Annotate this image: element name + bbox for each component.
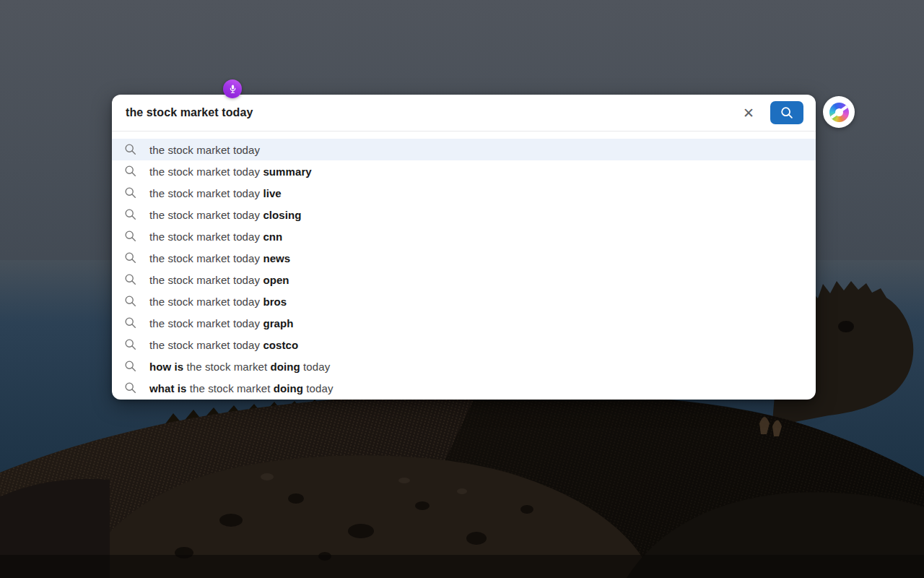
search-icon xyxy=(124,208,137,221)
suggestion-row[interactable]: the stock market today summary xyxy=(112,160,816,182)
search-icon xyxy=(124,360,137,373)
suggestion-text: the stock market today news xyxy=(149,252,290,264)
suggestion-row[interactable]: what is the stock market doing today xyxy=(112,377,816,399)
search-icon xyxy=(124,338,137,351)
suggestion-row[interactable]: the stock market today xyxy=(112,139,816,160)
suggestion-text: the stock market today cnn xyxy=(149,230,282,243)
microphone-icon xyxy=(229,85,237,94)
suggestion-text: how is the stock market doing today xyxy=(149,361,330,373)
suggestion-row[interactable]: the stock market today closing xyxy=(112,204,816,225)
search-icon xyxy=(124,295,137,308)
suggestion-text: what is the stock market doing today xyxy=(149,382,334,394)
voice-search-button[interactable] xyxy=(223,79,242,98)
search-icon xyxy=(124,316,137,329)
suggestion-row[interactable]: the stock market today cnn xyxy=(112,225,816,247)
search-icon xyxy=(124,381,137,394)
suggestion-row[interactable]: the stock market today news xyxy=(112,247,816,269)
suggestion-text: the stock market today summary xyxy=(149,165,312,178)
desktop: ✕ the stock market todaythe stock market… xyxy=(0,0,924,578)
search-button[interactable] xyxy=(770,101,803,124)
clear-search-icon[interactable]: ✕ xyxy=(738,105,759,121)
suggestion-text: the stock market today graph xyxy=(149,317,294,329)
suggestion-row[interactable]: the stock market today open xyxy=(112,269,816,290)
suggestion-row[interactable]: the stock market today live xyxy=(112,182,816,204)
suggestion-row[interactable]: the stock market today costco xyxy=(112,334,816,355)
suggestion-text: the stock market today bros xyxy=(149,296,287,308)
search-icon xyxy=(124,143,137,156)
search-input[interactable] xyxy=(124,105,738,120)
suggestion-row[interactable]: the stock market today graph xyxy=(112,312,816,334)
search-icon xyxy=(124,251,137,264)
suggestion-row[interactable]: how is the stock market doing today xyxy=(112,355,816,377)
suggestion-text: the stock market today costco xyxy=(149,339,298,351)
search-box: ✕ xyxy=(112,95,816,131)
magnifier-icon xyxy=(780,105,794,120)
search-panel: ✕ the stock market todaythe stock market… xyxy=(112,95,816,400)
suggestion-text: the stock market today closing xyxy=(149,209,302,221)
suggestion-row[interactable]: the stock market today bros xyxy=(112,290,816,312)
search-icon xyxy=(124,273,137,286)
suggestion-text: the stock market today live xyxy=(149,187,282,199)
suggestions-list: the stock market todaythe stock market t… xyxy=(112,131,816,400)
search-icon xyxy=(124,186,137,199)
search-icon xyxy=(124,230,137,243)
search-icon xyxy=(124,165,137,178)
suggestion-text: the stock market today open xyxy=(149,274,289,286)
copilot-icon xyxy=(829,103,849,122)
suggestion-text: the stock market today xyxy=(149,144,260,156)
copilot-button[interactable] xyxy=(823,96,855,128)
